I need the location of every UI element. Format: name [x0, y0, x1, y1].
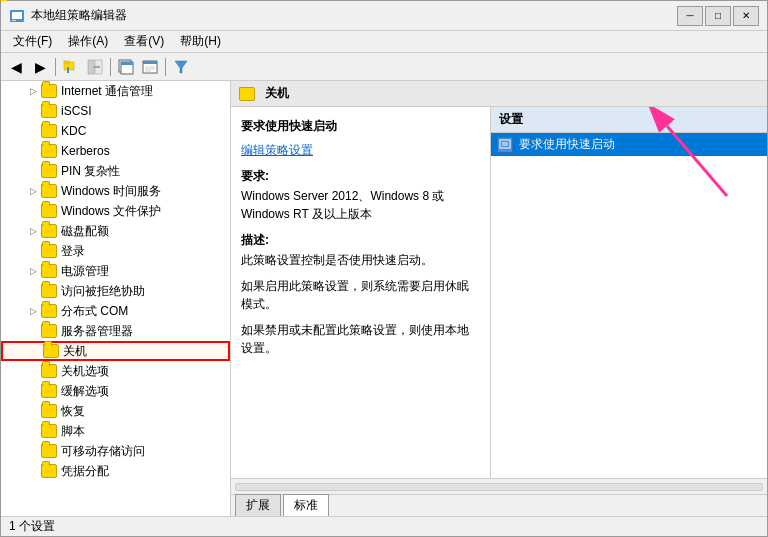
tree-item-pin[interactable]: PIN 复杂性 — [1, 161, 230, 181]
folder-icon — [41, 444, 57, 458]
settings-item-label: 要求使用快速启动 — [519, 136, 615, 153]
settings-header: 设置 — [491, 107, 767, 133]
bottom-tabs: 扩展 标准 — [231, 494, 767, 516]
right-content: 要求使用快速启动 编辑策略设置 要求: Windows Server 2012、… — [231, 107, 767, 478]
toolbar: ◀ ▶ — [1, 53, 767, 81]
minimize-button[interactable]: ─ — [677, 6, 703, 26]
show-hide-button[interactable] — [84, 56, 106, 78]
tree-item-kerberos[interactable]: Kerberos — [1, 141, 230, 161]
forward-button[interactable]: ▶ — [29, 56, 51, 78]
expand-icon: ▷ — [25, 183, 41, 199]
tree-item-iscsi[interactable]: iSCSI — [1, 101, 230, 121]
tree-item-label: Windows 时间服务 — [61, 183, 161, 200]
tree-item-mitigation[interactable]: 缓解选项 — [1, 381, 230, 401]
tree-item-label: 脚本 — [61, 423, 85, 440]
folder-icon — [41, 464, 57, 478]
tree-item-label: 关机 — [63, 343, 87, 360]
svg-rect-17 — [500, 140, 510, 148]
menu-action[interactable]: 操作(A) — [60, 31, 116, 52]
detail1-section: 如果启用此策略设置，则系统需要启用休眠模式。 — [241, 277, 480, 313]
tree-item-removable[interactable]: 可移动存储访问 — [1, 441, 230, 461]
detail1-text: 如果启用此策略设置，则系统需要启用休眠模式。 — [241, 277, 480, 313]
settings-item-fast-boot[interactable]: 要求使用快速启动 — [491, 133, 767, 156]
tab-standard[interactable]: 标准 — [283, 494, 329, 516]
expand-icon: ▷ — [25, 303, 41, 319]
folder-icon — [41, 244, 57, 258]
tree-item-label: 恢复 — [61, 403, 85, 420]
h-scrollbar[interactable] — [231, 478, 767, 494]
tree-item-label: 电源管理 — [61, 263, 109, 280]
svg-rect-12 — [143, 61, 157, 64]
menu-file[interactable]: 文件(F) — [5, 31, 60, 52]
expand-icon: ▷ — [25, 263, 41, 279]
toolbar-separator-2 — [110, 58, 111, 76]
tree-item-label: iSCSI — [61, 104, 92, 118]
tree-item-label: 可移动存储访问 — [61, 443, 145, 460]
right-pane-header: 关机 — [231, 81, 767, 107]
folder-icon — [41, 164, 57, 178]
tab-expand[interactable]: 扩展 — [235, 494, 281, 516]
tree-item-credential[interactable]: 凭据分配 — [1, 461, 230, 481]
tree-item-shutdown-options[interactable]: 关机选项 — [1, 361, 230, 381]
right-pane-title: 关机 — [265, 85, 289, 102]
description-panel: 要求使用快速启动 编辑策略设置 要求: Windows Server 2012、… — [231, 107, 491, 478]
tree-item-label: Kerberos — [61, 144, 110, 158]
tree-item-script[interactable]: 脚本 — [1, 421, 230, 441]
expand-icon: ▷ — [25, 83, 41, 99]
properties-button[interactable] — [139, 56, 161, 78]
title-bar: 本地组策略编辑器 ─ □ ✕ — [1, 1, 767, 31]
filter-button[interactable] — [170, 56, 192, 78]
tree-item-kdc[interactable]: KDC — [1, 121, 230, 141]
folder-icon — [41, 364, 57, 378]
folder-icon — [43, 344, 59, 358]
desc-title: 要求使用快速启动 — [241, 117, 480, 135]
tree-item-dcom[interactable]: ▷ 分布式 COM — [1, 301, 230, 321]
edit-policy-link[interactable]: 编辑策略设置 — [241, 141, 480, 159]
menu-help[interactable]: 帮助(H) — [172, 31, 229, 52]
tree-item-windows-file[interactable]: Windows 文件保护 — [1, 201, 230, 221]
menu-view[interactable]: 查看(V) — [116, 31, 172, 52]
tree-item-label: 缓解选项 — [61, 383, 109, 400]
tree-item-restore[interactable]: 恢复 — [1, 401, 230, 421]
main-area: ▷ Internet 通信管理 iSCSI KDC Kerberos — [1, 81, 767, 516]
tree-item-windows-time[interactable]: ▷ Windows 时间服务 — [1, 181, 230, 201]
require-label: 要求: — [241, 167, 480, 185]
desc-section: 描述: 此策略设置控制是否使用快速启动。 — [241, 231, 480, 269]
tree-item-power[interactable]: ▷ 电源管理 — [1, 261, 230, 281]
expand-icon: ▷ — [25, 223, 41, 239]
new-window-button[interactable] — [115, 56, 137, 78]
tree-item-disk[interactable]: ▷ 磁盘配额 — [1, 221, 230, 241]
tree-item-internet[interactable]: ▷ Internet 通信管理 — [1, 81, 230, 101]
folder-icon — [41, 84, 57, 98]
tree-item-label: 分布式 COM — [61, 303, 128, 320]
maximize-button[interactable]: □ — [705, 6, 731, 26]
tree-item-label: 服务器管理器 — [61, 323, 133, 340]
tree-item-server[interactable]: 服务器管理器 — [1, 321, 230, 341]
toolbar-separator-3 — [165, 58, 166, 76]
detail2-text: 如果禁用或未配置此策略设置，则使用本地设置。 — [241, 321, 480, 357]
back-button[interactable]: ◀ — [5, 56, 27, 78]
tree-item-login[interactable]: 登录 — [1, 241, 230, 261]
header-folder-icon — [239, 87, 255, 101]
tree-item-shutdown[interactable]: 关机 — [1, 341, 230, 361]
settings-panel: 设置 要求使用快速启动 — [491, 107, 767, 478]
folder-icon — [41, 124, 57, 138]
require-section: 要求: Windows Server 2012、Windows 8 或 Wind… — [241, 167, 480, 223]
folder-icon — [41, 224, 57, 238]
tree-item-label: Windows 文件保护 — [61, 203, 161, 220]
folder-icon — [41, 144, 57, 158]
tree-item-label: Internet 通信管理 — [61, 83, 153, 100]
desc-label: 描述: — [241, 231, 480, 249]
tree-item-access[interactable]: 访问被拒绝协助 — [1, 281, 230, 301]
folder-icon — [41, 304, 57, 318]
up-button[interactable] — [60, 56, 82, 78]
menu-bar: 文件(F) 操作(A) 查看(V) 帮助(H) — [1, 31, 767, 53]
svg-rect-2 — [12, 20, 16, 21]
folder-icon — [41, 324, 57, 338]
status-text: 1 个设置 — [9, 518, 55, 535]
svg-rect-10 — [121, 62, 133, 65]
tree-pane[interactable]: ▷ Internet 通信管理 iSCSI KDC Kerberos — [1, 81, 231, 516]
close-button[interactable]: ✕ — [733, 6, 759, 26]
svg-rect-4 — [64, 61, 69, 63]
folder-icon — [41, 284, 57, 298]
